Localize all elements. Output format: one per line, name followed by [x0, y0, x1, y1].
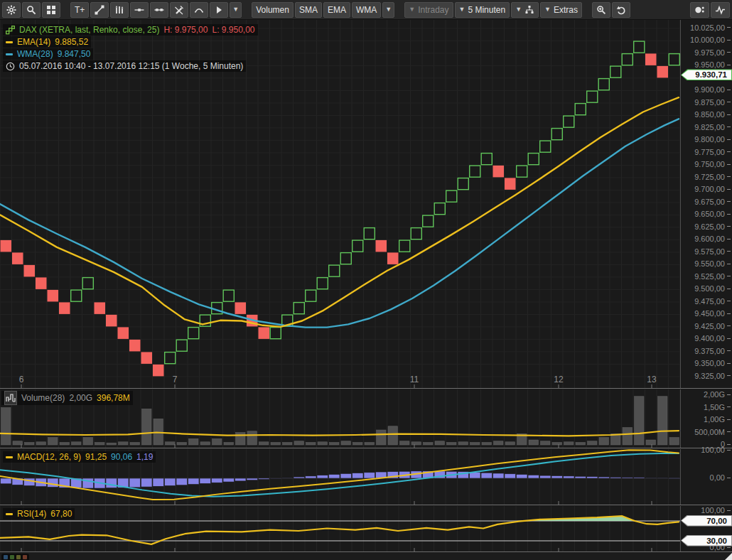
volume-name: Volume(28): [21, 392, 65, 404]
axis-tick-label: 9.875,00: [694, 98, 731, 107]
axis-tick-label: 9.525,00: [694, 272, 731, 281]
last-price-tag: 9.930,71: [681, 69, 732, 81]
volume-legend[interactable]: Volume(28) 2,00G 396,78M: [1, 391, 133, 406]
volume-panel: 2,00G1,50G1,00G500,00M0 Volume(28) 2,00G…: [0, 389, 732, 448]
zoom-in-button[interactable]: [592, 2, 610, 18]
ema-line-icon: [6, 41, 13, 43]
hline-two-nodes-icon: [154, 5, 164, 15]
low-value: L: 9.950,00: [212, 24, 254, 36]
volume-histogram-icon: [4, 391, 17, 405]
settings-button[interactable]: [2, 2, 21, 18]
macd-signal-value: 90,06: [111, 451, 132, 463]
interval-dropdown[interactable]: ▼ 5 Minuten: [455, 2, 510, 18]
circle-dots-icon: [694, 5, 705, 15]
panel-separator[interactable]: [0, 505, 732, 505]
eraser-tool-button[interactable]: [170, 2, 188, 18]
macd-value: 91,25: [85, 451, 107, 463]
indicators-caret-button[interactable]: ▼: [382, 2, 394, 18]
renko-settings-tool-button[interactable]: [110, 2, 129, 18]
panel-separator[interactable]: [0, 448, 732, 448]
axis-tick-label: 2,00G: [704, 390, 731, 399]
rsi-axis[interactable]: 100,000,0070,0030,00: [680, 506, 732, 551]
widget-options-button[interactable]: [690, 2, 709, 18]
panel-separator[interactable]: [0, 388, 732, 389]
main-chart-plot[interactable]: 67111213: [0, 20, 680, 388]
toolbar: T+: [0, 0, 732, 20]
arc-icon: [194, 5, 204, 15]
extras-label: Extras: [554, 5, 578, 15]
volume-axis[interactable]: 2,00G1,50G1,00G500,00M0: [680, 389, 732, 448]
axis-tick-label: 9.700,00: [694, 185, 731, 193]
hsegment-tool-button[interactable]: [150, 2, 168, 18]
trendline-tool-button[interactable]: [90, 2, 109, 18]
axis-tick-label: 9.850,00: [694, 110, 731, 119]
axis-tick-label: 9.825,00: [694, 123, 731, 131]
svg-text:12: 12: [554, 375, 564, 384]
rsi-name: RSI(14): [17, 508, 46, 519]
axis-tick-label: 9.375,00: [694, 347, 731, 355]
intraday-dropdown[interactable]: ▼ Intraday: [404, 2, 453, 18]
trendline-icon: [95, 5, 104, 15]
volume-scale: 2,00G: [69, 392, 92, 404]
extras-dropdown[interactable]: ▼ Extras: [540, 2, 582, 18]
play-cursor-icon: [214, 5, 224, 15]
rsi-plot[interactable]: [0, 506, 680, 551]
axis-tick-label: 9.475,00: [694, 297, 731, 306]
chart-mode-button[interactable]: [711, 2, 730, 18]
macd-name: MACD(12, 26, 9): [17, 451, 81, 463]
axis-tick-label: 9.900,00: [694, 85, 731, 94]
pointer-tool-button[interactable]: [210, 2, 228, 18]
volume-value: 396,78M: [97, 392, 130, 404]
volumen-label: Volumen: [256, 5, 289, 15]
chart-type-dropdown[interactable]: ▼: [511, 2, 539, 18]
clock-icon: [6, 62, 15, 71]
text-tool-label: T+: [75, 5, 85, 15]
text-tool-button[interactable]: T+: [70, 2, 89, 18]
axis-tick-label: 9.575,00: [694, 247, 731, 256]
svg-text:7: 7: [173, 375, 178, 384]
date-range-label: 05.07.2016 10:40 - 13.07.2016 12:15 (1 W…: [19, 60, 243, 72]
axis-tick-label: 9.775,00: [694, 148, 731, 156]
resize-handle[interactable]: [725, 553, 732, 560]
axis-tick-label: 9.425,00: [694, 322, 731, 330]
axis-tick-label: 9.975,00: [694, 48, 731, 57]
ema-legend-row[interactable]: EMA(14) 9.885,52: [3, 36, 91, 48]
ema-button[interactable]: EMA: [323, 2, 350, 18]
ema-name: EMA(14): [17, 36, 50, 48]
axis-tick-label: 9.500,00: [694, 284, 731, 293]
panel-separator[interactable]: [0, 551, 732, 552]
wma-legend-row[interactable]: WMA(28) 9.847,50: [3, 48, 93, 60]
volumen-button[interactable]: Volumen: [252, 2, 294, 18]
status-dot-green: [10, 555, 14, 559]
search-icon: [26, 5, 36, 15]
macd-axis[interactable]: 100,000,00: [680, 449, 732, 505]
sma-button[interactable]: SMA: [295, 2, 322, 18]
symbol-legend-row[interactable]: DAX (XETRA, last, Renko, close, 25) H: 9…: [3, 24, 258, 36]
axis-tick-label: 10.025,00: [690, 23, 731, 32]
axis-tick-label: 100,00: [701, 446, 731, 454]
search-button[interactable]: [22, 2, 41, 18]
chevron-down-icon: ▼: [409, 6, 415, 13]
draw-tools-caret-button[interactable]: ▼: [230, 2, 242, 18]
axis-tick-label: 9.950,00: [694, 60, 731, 69]
axis-tick-label: 9.625,00: [694, 222, 731, 231]
hline-tool-button[interactable]: [130, 2, 149, 18]
macd-panel: 100,000,00 MACD(12, 26, 9) 91,25 90,06 1…: [0, 449, 732, 505]
price-axis[interactable]: 9.930,71 10.025,0010.000,009.975,009.950…: [680, 20, 732, 388]
undo-button[interactable]: [612, 2, 630, 18]
status-dot-olive: [16, 555, 21, 559]
axis-tick-label: 500,00M: [694, 428, 731, 436]
chevron-down-icon: ▼: [459, 6, 465, 13]
status-dot-red: [23, 555, 27, 559]
wma-button[interactable]: WMA: [352, 2, 381, 18]
hline-node-icon: [134, 5, 144, 15]
wma-value: 9.847,50: [58, 48, 91, 60]
rsi-legend[interactable]: RSI(14) 67,80: [3, 508, 75, 520]
arc-tool-button[interactable]: [190, 2, 208, 18]
axis-tick-label: 9.400,00: [694, 334, 731, 343]
sma-label: SMA: [299, 5, 318, 15]
macd-legend[interactable]: MACD(12, 26, 9) 91,25 90,06 1,19: [3, 451, 156, 463]
layout-grid-icon: [46, 5, 56, 15]
undo-icon: [616, 5, 626, 15]
layout-button[interactable]: [42, 2, 60, 18]
